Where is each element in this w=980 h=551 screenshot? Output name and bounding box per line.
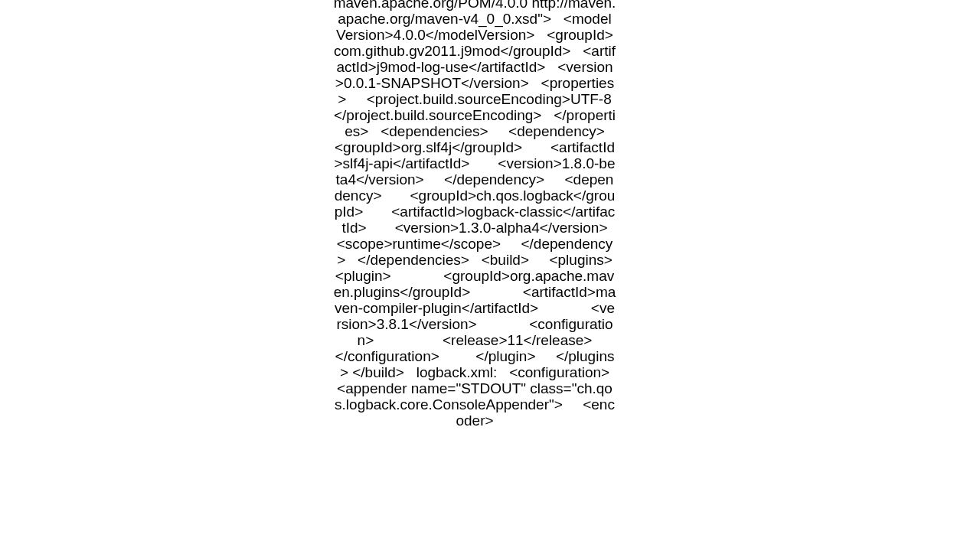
document-body-text: hema-instance" xsi:schemaLocation="http:…	[333, 0, 616, 429]
document-page: hema-instance" xsi:schemaLocation="http:…	[0, 0, 980, 551]
